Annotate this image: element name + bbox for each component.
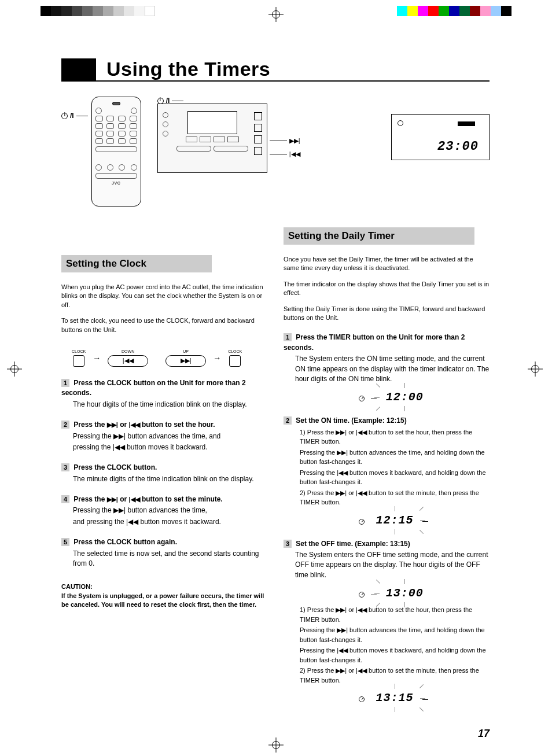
step-head: Press the ▶▶| or |◀◀ button to set the m… — [73, 495, 223, 503]
timer-intro-3: Setting the Daily Timer is done using th… — [284, 305, 490, 323]
unit-front-diagram: /I ▶▶| |◀◀ — [157, 97, 300, 173]
clock-button-icon — [229, 355, 241, 367]
step-number: 1 — [284, 333, 292, 341]
step-head: Press the CLOCK button. — [73, 463, 157, 471]
display-panel-figure: 23:00 — [391, 114, 490, 160]
step-item: 1 Press the TIMER button on the Unit for… — [284, 333, 490, 405]
step-body: Pressing the ▶▶| button advances the tim… — [73, 432, 267, 453]
mini-display-value: 12:00 — [380, 389, 429, 405]
mini-display-value: 13:00 — [380, 585, 429, 602]
step-number: 3 — [284, 540, 292, 548]
timer-intro-1: Once you have set the Daily Timer, the t… — [284, 255, 490, 273]
step-head: Press the ▶▶| or |◀◀ button to set the h… — [73, 421, 215, 429]
step-number: 1 — [61, 379, 69, 387]
power-icon — [61, 113, 68, 119]
arrow-icon: → — [213, 353, 221, 363]
clock-intro: When you plug the AC power cord into the… — [61, 283, 267, 309]
printer-color-bar — [397, 6, 511, 16]
step-number: 5 — [61, 538, 69, 546]
clock-steps: 1 Press the CLOCK button on the Unit for… — [61, 378, 267, 569]
step-number: 3 — [61, 463, 69, 471]
back-icon: |◀◀ — [289, 150, 300, 158]
display-time: 23:00 — [437, 139, 479, 154]
title-block-icon — [61, 58, 96, 80]
step-body: 1) Press the ▶▶| or |◀◀ button to set th… — [300, 427, 490, 507]
registration-mark-icon — [268, 7, 284, 22]
mini-display-value: 13:15 — [370, 689, 419, 706]
step-head: Press the CLOCK button again. — [73, 538, 177, 546]
arrow-icon: → — [93, 353, 101, 363]
step-item: 1 Press the CLOCK button on the Unit for… — [61, 378, 267, 410]
unit-button-leaders: ▶▶| |◀◀ — [270, 137, 300, 158]
step-item: 2 Press the ▶▶| or |◀◀ button to set the… — [61, 420, 267, 452]
step-number: 4 — [61, 495, 69, 503]
timer-icon — [359, 519, 365, 525]
fwd-icon: ▶▶| — [107, 421, 118, 428]
caution-body: If the System is unplugged, or a power f… — [61, 592, 267, 610]
step-number: 2 — [284, 416, 292, 425]
registration-mark-icon — [268, 737, 284, 753]
remote-diagram: /I JVC — [61, 97, 141, 206]
step-head: Press the TIMER button on the Unit for m… — [284, 333, 465, 351]
clock-button-sequence: CLOCK → DOWN|◀◀ UP▶▶| → CLOCK — [72, 349, 267, 367]
mini-display-value: 12:15 — [370, 512, 419, 529]
step-head: Press the CLOCK button on the Unit for m… — [61, 379, 246, 397]
section-header-timer: Setting the Daily Timer — [284, 227, 474, 245]
diagram-row: /I JVC /I — [61, 97, 490, 206]
step-body-lines: 1) Press the ▶▶| or |◀◀ button to set th… — [300, 605, 490, 685]
page-title: Using the Timers — [106, 58, 270, 80]
step-head: Set the ON time. (Example: 12:15) — [296, 416, 406, 425]
clock-seq-desc: To set the clock, you need to use the CL… — [61, 316, 267, 334]
caution-block: CAUTION: If the System is unplugged, or … — [61, 582, 267, 609]
step-item: 4 Press the ▶▶| or |◀◀ button to set the… — [61, 495, 267, 527]
step-item: 3 Set the OFF time. (Example: 13:15) The… — [284, 539, 490, 707]
step-body: The System enters the ON time setting mo… — [295, 354, 490, 384]
power-label-remote: /I — [61, 112, 88, 120]
registration-mark-icon — [528, 362, 543, 377]
right-column: Setting the Daily Timer Once you have se… — [284, 227, 490, 717]
fwd-icon: ▶▶| — [107, 496, 118, 503]
step-body: The selected time is now set, and the se… — [73, 549, 267, 569]
unit-front-figure — [157, 104, 267, 173]
timer-icon — [359, 396, 365, 401]
timer-icon — [359, 592, 365, 598]
printer-grayscale-bar — [41, 6, 155, 16]
step-body: The minute digits of the time indication… — [73, 474, 267, 484]
left-column: Setting the Clock When you plug the AC p… — [61, 227, 267, 717]
timer-intro-2: The timer indicator on the display shows… — [284, 280, 490, 298]
power-icon — [157, 98, 164, 104]
clock-button-icon — [73, 355, 84, 367]
step-body: The hour digits of the time indication b… — [73, 400, 267, 410]
section-header-clock: Setting the Clock — [61, 255, 212, 272]
mini-display: 12:00 — [299, 389, 490, 405]
fwd-button-icon: ▶▶| — [165, 355, 206, 367]
back-button-icon: |◀◀ — [108, 355, 148, 367]
step-head: Set the OFF time. (Example: 13:15) — [296, 540, 410, 548]
page-title-row: Using the Timers — [61, 58, 490, 82]
back-icon: |◀◀ — [128, 496, 139, 503]
caution-head: CAUTION: — [61, 582, 267, 591]
step-body: The System enters the OFF time setting m… — [295, 550, 490, 580]
remote-control-figure: JVC — [91, 97, 141, 206]
fwd-icon: ▶▶| — [289, 137, 300, 145]
mini-display: 12:15 — [299, 512, 490, 529]
brand-label: JVC — [95, 181, 137, 185]
step-body: Pressing the ▶▶| button advances the tim… — [73, 506, 267, 527]
mini-display: 13:00 — [299, 585, 490, 602]
step-item: 3 Press the CLOCK button. The minute dig… — [61, 463, 267, 484]
registration-mark-icon — [7, 362, 22, 377]
step-item: 2 Set the ON time. (Example: 12:15) 1) P… — [284, 416, 490, 528]
mini-display: 13:15 — [299, 689, 490, 706]
page-number: 17 — [478, 728, 490, 740]
back-icon: |◀◀ — [128, 421, 139, 428]
timer-icon — [359, 696, 365, 702]
step-item: 5 Press the CLOCK button again. The sele… — [61, 537, 267, 569]
timer-steps: 1 Press the TIMER button on the Unit for… — [284, 333, 490, 706]
step-number: 2 — [61, 421, 69, 429]
